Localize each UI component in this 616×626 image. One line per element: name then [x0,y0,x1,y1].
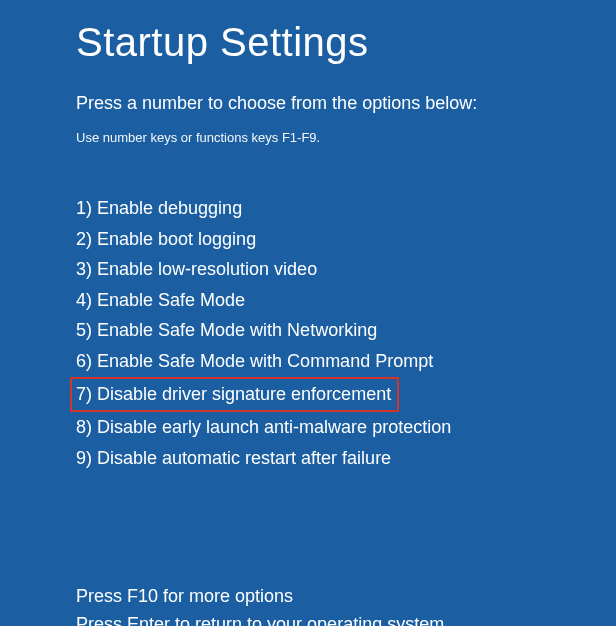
option-label-7: 7) Disable driver signature enforcement [70,377,399,413]
option-label-8: 8) Disable early launch anti-malware pro… [76,412,451,443]
option-label-3: 3) Enable low-resolution video [76,254,317,285]
option-label-9: 9) Disable automatic restart after failu… [76,443,391,474]
option-label-1: 1) Enable debugging [76,193,242,224]
option-row-6[interactable]: 6) Enable Safe Mode with Command Prompt [76,346,616,377]
option-row-5[interactable]: 5) Enable Safe Mode with Networking [76,315,616,346]
hint-text: Use number keys or functions keys F1-F9. [76,130,616,145]
option-row-8[interactable]: 8) Disable early launch anti-malware pro… [76,412,616,443]
option-row-7[interactable]: 7) Disable driver signature enforcement [76,377,616,413]
option-row-9[interactable]: 9) Disable automatic restart after failu… [76,443,616,474]
page-title: Startup Settings [76,20,616,65]
options-list: 1) Enable debugging2) Enable boot loggin… [76,193,616,473]
subtitle-text: Press a number to choose from the option… [76,93,616,114]
option-label-4: 4) Enable Safe Mode [76,285,245,316]
footer-return: Press Enter to return to your operating … [76,611,616,626]
option-label-5: 5) Enable Safe Mode with Networking [76,315,377,346]
option-row-1[interactable]: 1) Enable debugging [76,193,616,224]
option-label-6: 6) Enable Safe Mode with Command Prompt [76,346,433,377]
option-row-4[interactable]: 4) Enable Safe Mode [76,285,616,316]
option-label-2: 2) Enable boot logging [76,224,256,255]
option-row-2[interactable]: 2) Enable boot logging [76,224,616,255]
option-row-3[interactable]: 3) Enable low-resolution video [76,254,616,285]
footer-more-options: Press F10 for more options [76,583,616,611]
